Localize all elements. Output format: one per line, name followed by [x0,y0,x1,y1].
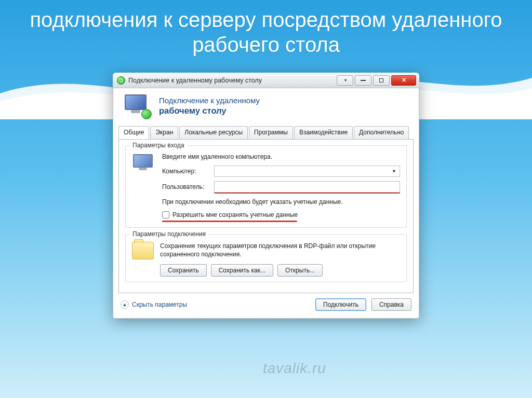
tab-3[interactable]: Программы [249,126,293,139]
banner-line1: Подключение к удаленному [159,95,260,106]
maximize-button[interactable] [373,75,390,86]
user-input[interactable] [214,181,400,193]
window-titlebar[interactable]: Подключение к удаленному рабочему столу … [113,73,419,88]
tab-general-panel: Параметры входа Введите имя удаленного к… [118,139,414,293]
slide-title: подключения к серверу посредством удален… [0,0,532,57]
highlight-underline-2 [162,221,297,222]
save-button[interactable]: Сохранить [160,264,207,277]
computer-label: Компьютер: [162,168,214,175]
folder-icon [132,242,154,259]
open-button[interactable]: Открыть... [277,264,323,277]
dialog-footer: ▲ Скрыть параметры Подключить Справка [113,293,419,318]
connection-group: Параметры подключения Сохранение текущих… [125,234,407,282]
close-button[interactable]: ✕ [391,75,416,86]
login-hint: Введите имя удаленного компьютера. [162,153,400,160]
tab-5[interactable]: Дополнительно [354,126,409,139]
user-label: Пользователь: [162,183,214,190]
save-as-button[interactable]: Сохранить как... [211,264,273,277]
connection-desc: Сохранение текущих параметров подключени… [160,242,400,258]
login-group-title: Параметры входа [130,142,187,149]
allow-save-label: Разрешить мне сохранять учетные данные [172,211,298,218]
connection-group-title: Параметры подключения [130,230,208,238]
rdc-banner-icon [122,93,151,118]
connect-button[interactable]: Подключить [315,298,366,311]
hide-params-label: Скрыть параметры [132,301,187,308]
tab-1[interactable]: Экран [150,126,178,139]
allow-save-checkbox[interactable] [162,211,169,218]
minimize-button[interactable] [355,75,371,86]
chevron-down-icon: ▼ [392,169,396,174]
login-group: Параметры входа Введите имя удаленного к… [125,145,407,228]
chevron-up-icon: ▲ [121,300,129,309]
computer-combobox[interactable]: ▼ [214,166,400,177]
computer-icon [132,153,156,176]
dialog-banner: Подключение к удаленному рабочему столу [113,88,419,126]
hide-params-link[interactable]: ▲ Скрыть параметры [121,300,187,309]
banner-line2: рабочему столу [159,105,260,116]
tab-4[interactable]: Взаимодействие [294,126,353,139]
tab-2[interactable]: Локальные ресурсы [179,126,248,139]
window-title: Подключение к удаленному рабочему столу [128,77,337,84]
dropdown-button[interactable]: ▾ [337,75,353,86]
rdc-app-icon [117,76,125,85]
rdc-dialog: Подключение к удаленному рабочему столу … [113,73,419,319]
watermark: tavalik.ru [263,360,326,377]
credentials-note: При подключении необходимо будет указать… [162,198,400,206]
tabs: ОбщиеЭкранЛокальные ресурсыПрограммыВзаи… [118,126,414,140]
help-button[interactable]: Справка [371,298,411,311]
tab-0[interactable]: Общие [118,126,149,139]
